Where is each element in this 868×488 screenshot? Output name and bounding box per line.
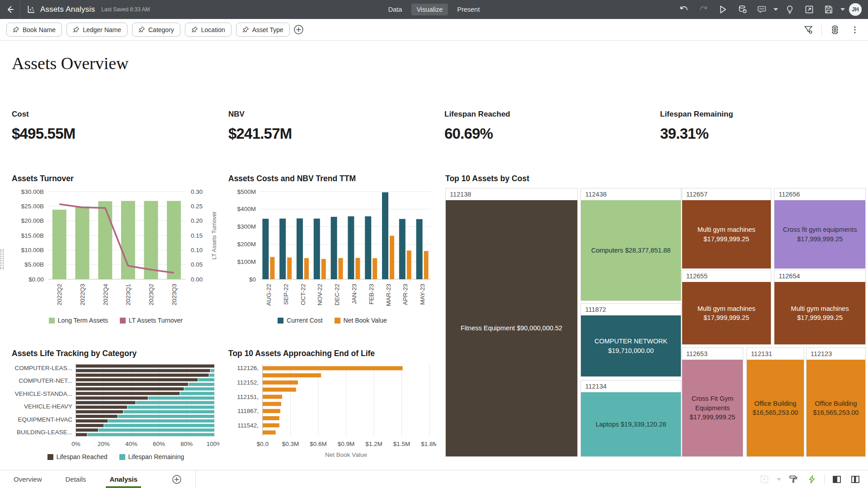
- avatar[interactable]: JH: [849, 3, 862, 16]
- assets-turnover-svg: $0.000.00$5.00B0.05$10.00B0.10$15.00B0.1…: [12, 185, 220, 314]
- add-filter-button[interactable]: [293, 24, 304, 35]
- pin-icon: [138, 26, 145, 33]
- comments-button[interactable]: [754, 2, 769, 17]
- treemap-tile-112653[interactable]: 112653Cross Fit Gym Equipments $17,999,9…: [682, 347, 744, 457]
- assets-turnover-legend: Long Term AssetsLT Assets Turnover: [12, 317, 220, 324]
- viz-assets-life-tracking[interactable]: Assets Life Tracking by Category 0%20%40…: [12, 349, 220, 467]
- add-canvas-button[interactable]: [172, 474, 182, 484]
- svg-text:112151,: 112151,: [237, 394, 259, 400]
- canvas-tab-details[interactable]: Details: [65, 470, 87, 488]
- legend-item[interactable]: Long Term Assets: [49, 317, 108, 324]
- tab-data[interactable]: Data: [383, 4, 408, 15]
- bottom-bar: Overview Details Analysis: [0, 470, 868, 488]
- treemap-tile-id: 112654: [774, 270, 865, 282]
- svg-text:$20.00B: $20.00B: [21, 217, 44, 224]
- toggle-right-panel-icon: [850, 474, 860, 484]
- canvas-tab-analysis[interactable]: Analysis: [108, 470, 138, 488]
- svg-text:2023Q3: 2023Q3: [171, 284, 178, 305]
- undo-button[interactable]: [676, 2, 692, 17]
- workbook-icon: [27, 5, 36, 14]
- toggle-left-panel-button[interactable]: [830, 473, 843, 486]
- canvas-tab-overview[interactable]: Overview: [13, 470, 43, 488]
- legend-item[interactable]: Net Book Value: [335, 317, 387, 324]
- kpi-value: $241.57M: [228, 125, 292, 142]
- viz-end-of-life[interactable]: Top 10 Assets Approaching End of Life $0…: [228, 349, 436, 467]
- legend-item[interactable]: Lifespan Remaining: [119, 453, 184, 460]
- kpi-cost[interactable]: Cost $495.55M: [12, 110, 75, 142]
- canvas-layout-button[interactable]: [758, 473, 771, 486]
- svg-text:$200M: $200M: [237, 241, 256, 248]
- svg-text:MAR-23: MAR-23: [385, 284, 392, 306]
- treemap-tile-112138[interactable]: 112138Fitness Equipment $90,000,000.52: [445, 188, 578, 457]
- canvas-resize-handle[interactable]: [0, 249, 4, 269]
- legend-item[interactable]: LT Assets Turnover: [120, 317, 183, 324]
- kpi-lifespan-remaining[interactable]: Lifespan Remaining 39.31%: [660, 110, 733, 142]
- viz-title: Assets Turnover: [12, 174, 220, 183]
- viz-cost-nbv-trend[interactable]: Assets Costs and NBV Trend TTM $0$100M$2…: [228, 174, 436, 343]
- redo-button[interactable]: [696, 2, 711, 17]
- filter-pill-asset-type[interactable]: Asset Type: [236, 23, 290, 37]
- treemap-tile-112656[interactable]: 112656Cross fit gym equipments $17,999,9…: [774, 188, 866, 269]
- toggle-right-panel-button[interactable]: [849, 473, 862, 486]
- treemap-tile-label: Cross Fit Gym Equipments $17,999,999.25: [682, 394, 743, 422]
- preview-button[interactable]: [715, 2, 731, 17]
- filter-pill-book-name[interactable]: Book Name: [6, 23, 62, 37]
- kpi-lifespan-reached[interactable]: Lifespan Reached 60.69%: [444, 110, 510, 142]
- legend-item[interactable]: Current Cost: [278, 317, 322, 324]
- treemap-tile-112657[interactable]: 112657Multi gym machines $17,999,999.25: [682, 188, 771, 269]
- insights-button[interactable]: [782, 2, 797, 17]
- plus-circle-icon: [293, 24, 304, 35]
- legend-item[interactable]: Lifespan Reached: [47, 453, 108, 460]
- treemap-tile-112655[interactable]: 112655Multi gym machines $17,999,999.25: [682, 270, 771, 344]
- filter-pill-label: Location: [201, 26, 225, 33]
- svg-text:$15.00B: $15.00B: [21, 232, 44, 239]
- svg-text:112126,: 112126,: [237, 365, 259, 371]
- canvas-style-button[interactable]: [787, 473, 800, 486]
- pin-icon: [73, 26, 80, 33]
- auto-insights-button[interactable]: [806, 473, 818, 486]
- svg-text:DEC-22: DEC-22: [334, 284, 340, 305]
- undo-icon: [679, 5, 689, 14]
- treemap-tile-112134[interactable]: 112134Laptops $19,339,120.28: [580, 380, 681, 457]
- limit-values-button[interactable]: [828, 23, 842, 37]
- cost-nbv-trend-legend: Current CostNet Book Value: [228, 317, 436, 324]
- svg-text:NOV-22: NOV-22: [316, 284, 323, 305]
- svg-text:0.10: 0.10: [191, 247, 203, 253]
- top-bar-actions: JH: [676, 2, 868, 17]
- filter-bar-menu-button[interactable]: [848, 23, 862, 37]
- comments-caret-icon[interactable]: [774, 8, 778, 11]
- back-button[interactable]: [0, 0, 20, 19]
- svg-text:0.00: 0.00: [191, 276, 203, 283]
- filter-pill-label: Category: [148, 26, 174, 33]
- treemap-tile-111872[interactable]: 111872COMPUTER NETWORK $19,710,000.00: [580, 303, 681, 377]
- refresh-data-icon: [737, 5, 747, 14]
- cost-nbv-trend-svg: $0$100M$200M$300M$400M$500MAUG-22SEP-22O…: [228, 185, 436, 314]
- treemap-tile-112131[interactable]: 112131Office Building $16,565,253.00: [746, 347, 804, 457]
- viz-top10-assets-by-cost[interactable]: Top 10 Assets by Cost 112138Fitness Equi…: [445, 174, 866, 463]
- save-caret-icon[interactable]: [840, 8, 845, 11]
- treemap-tile-112123[interactable]: 112123Office Building $16,565,253.00: [806, 347, 866, 457]
- refresh-data-button[interactable]: [735, 2, 750, 17]
- svg-text:OCT-22: OCT-22: [300, 284, 307, 305]
- bottom-bar-actions: [758, 473, 868, 486]
- treemap-tile-112438[interactable]: 112438Computers $28,377,851.88: [580, 188, 681, 301]
- treemap-tile-id: 112138: [446, 188, 577, 200]
- kpi-nbv[interactable]: NBV $241.57M: [228, 110, 292, 142]
- svg-text:$0: $0: [249, 276, 256, 283]
- redo-icon: [698, 5, 708, 14]
- svg-text:$0.3M: $0.3M: [282, 441, 299, 447]
- filter-settings-button[interactable]: [802, 23, 815, 37]
- tab-present[interactable]: Present: [452, 4, 485, 15]
- treemap-tile-id: 112657: [682, 188, 771, 200]
- tab-visualize[interactable]: Visualize: [411, 4, 448, 15]
- filter-pill-category[interactable]: Category: [132, 23, 180, 37]
- viz-assets-turnover[interactable]: Assets Turnover $0.000.00$5.00B0.05$10.0…: [12, 174, 220, 343]
- filter-pill-ledger-name[interactable]: Ledger Name: [66, 23, 127, 37]
- kpi-value: $495.55M: [12, 125, 75, 142]
- filter-pill-location[interactable]: Location: [185, 23, 231, 37]
- save-button[interactable]: [821, 2, 836, 17]
- kebab-menu-icon: [850, 25, 859, 34]
- treemap-tile-112654[interactable]: 112654Multi gym machines $17,999,999.25: [774, 270, 866, 344]
- export-button[interactable]: [802, 2, 817, 17]
- canvas-layout-caret-icon[interactable]: [777, 478, 781, 481]
